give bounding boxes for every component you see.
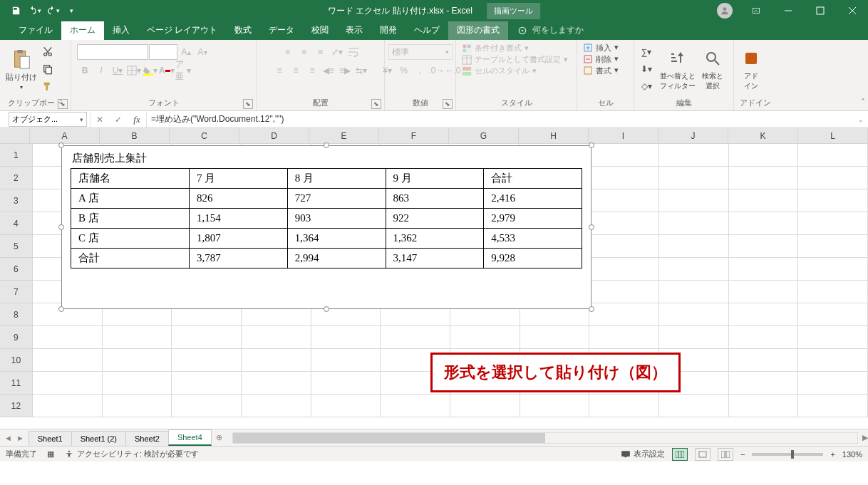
cell[interactable]: [242, 326, 311, 349]
font-color-button[interactable]: A▾: [159, 63, 175, 78]
align-center-button[interactable]: ≡: [288, 63, 304, 78]
save-button[interactable]: [7, 2, 24, 19]
cell[interactable]: [729, 189, 799, 212]
new-sheet-button[interactable]: ⊕: [211, 433, 228, 442]
cell[interactable]: [659, 189, 729, 212]
cell[interactable]: [33, 372, 103, 395]
cell[interactable]: [798, 372, 868, 395]
autosum-button[interactable]: ∑▾: [639, 44, 654, 60]
merge-center-button[interactable]: ⇆▾: [353, 63, 369, 78]
expand-formula-bar-button[interactable]: ⌄: [854, 116, 868, 123]
tab-developer[interactable]: 開発: [371, 21, 405, 40]
column-header[interactable]: G: [449, 128, 519, 143]
cell[interactable]: [589, 281, 659, 303]
cell[interactable]: [172, 395, 242, 417]
bold-button[interactable]: B: [77, 63, 93, 78]
align-right-button[interactable]: ≡: [304, 63, 320, 78]
clipboard-dialog-launcher[interactable]: ⬊: [58, 99, 68, 109]
align-middle-button[interactable]: ≡: [296, 44, 312, 60]
cell[interactable]: [798, 189, 868, 212]
row-header[interactable]: 5: [0, 235, 33, 258]
account-avatar[interactable]: [717, 3, 733, 19]
qat-customize[interactable]: ▾: [63, 2, 80, 19]
zoom-level[interactable]: 130%: [842, 450, 862, 459]
tab-view[interactable]: 表示: [337, 21, 371, 40]
cell[interactable]: [589, 212, 659, 235]
redo-button[interactable]: ▾: [44, 2, 61, 19]
cell[interactable]: [659, 258, 729, 281]
fill-button[interactable]: ⬇▾: [639, 61, 654, 77]
column-header[interactable]: K: [728, 128, 798, 143]
page-break-view-button[interactable]: [718, 448, 733, 461]
cell[interactable]: [589, 326, 659, 349]
insert-function-button[interactable]: fx: [128, 112, 146, 127]
cell[interactable]: [172, 349, 242, 372]
cell[interactable]: [798, 395, 868, 417]
cell[interactable]: [729, 326, 799, 349]
cell[interactable]: [589, 395, 659, 417]
decrease-font-button[interactable]: A▾: [195, 44, 210, 60]
cell[interactable]: [33, 349, 103, 372]
phonetic-button[interactable]: ア亜▾: [175, 63, 191, 78]
tab-home[interactable]: ホーム: [61, 21, 104, 40]
cell[interactable]: [520, 395, 590, 417]
cell[interactable]: [729, 235, 799, 258]
row-header[interactable]: 11: [0, 372, 33, 395]
name-box[interactable]: オブジェク...▾: [9, 112, 87, 127]
cell[interactable]: [33, 326, 103, 349]
cell[interactable]: [798, 235, 868, 258]
cell[interactable]: [798, 326, 868, 349]
resize-handle-bl[interactable]: [58, 306, 64, 312]
cell[interactable]: [589, 303, 659, 326]
cell[interactable]: [659, 144, 729, 167]
cell[interactable]: [729, 372, 799, 395]
percent-button[interactable]: %: [396, 63, 412, 78]
cell[interactable]: [798, 349, 868, 372]
tab-insert[interactable]: 挿入: [104, 21, 138, 40]
paste-button[interactable]: 貼り付け ▾: [3, 46, 40, 92]
number-dialog-launcher[interactable]: ⬊: [443, 99, 453, 109]
collapse-ribbon-button[interactable]: ˄: [861, 98, 865, 108]
cell[interactable]: [242, 349, 311, 372]
cell[interactable]: [311, 372, 381, 395]
column-header[interactable]: I: [589, 128, 658, 143]
embedded-word-object[interactable]: 店舗別売上集計 店舗名7 月8 月9 月合計A 店8267278632,416B…: [61, 145, 591, 309]
format-as-table-button[interactable]: テーブルとして書式設定 ▾: [462, 54, 568, 65]
cell[interactable]: [172, 372, 242, 395]
increase-indent-button[interactable]: ≡▶: [337, 63, 353, 78]
page-layout-view-button[interactable]: [695, 448, 711, 461]
column-header[interactable]: B: [100, 128, 170, 143]
cell[interactable]: [103, 395, 172, 417]
zoom-out-button[interactable]: −: [740, 450, 745, 459]
cell[interactable]: [103, 326, 172, 349]
column-header[interactable]: C: [170, 128, 239, 143]
cell[interactable]: [589, 258, 659, 281]
cell[interactable]: [103, 372, 172, 395]
resize-handle-tm[interactable]: [324, 142, 329, 148]
tab-review[interactable]: 校閲: [303, 21, 337, 40]
tell-me-search[interactable]: 何をしますか: [508, 24, 592, 40]
cell[interactable]: [729, 395, 799, 417]
cell[interactable]: [450, 326, 520, 349]
maximize-button[interactable]: [804, 0, 836, 21]
tab-formulas[interactable]: 数式: [226, 21, 260, 40]
display-settings-button[interactable]: 表示設定: [621, 449, 665, 459]
cell[interactable]: [589, 189, 659, 212]
cell[interactable]: [729, 167, 799, 189]
underline-button[interactable]: U ▾: [110, 63, 125, 78]
minimize-button[interactable]: [772, 0, 804, 21]
column-header[interactable]: J: [658, 128, 728, 143]
cell[interactable]: [729, 303, 799, 326]
tab-data[interactable]: データ: [260, 21, 303, 40]
sheet-nav-first[interactable]: ◄: [4, 434, 12, 442]
cell[interactable]: [589, 144, 659, 167]
number-format-select[interactable]: 標準: [392, 45, 409, 59]
cell[interactable]: [242, 372, 311, 395]
cell[interactable]: [729, 349, 799, 372]
sheet-nav-last[interactable]: ►: [16, 434, 24, 442]
sheet-tab[interactable]: Sheet2: [125, 431, 169, 446]
cell[interactable]: [659, 235, 729, 258]
column-header[interactable]: D: [239, 128, 309, 143]
increase-decimal-button[interactable]: .0→: [429, 63, 445, 78]
resize-handle-br[interactable]: [589, 306, 594, 312]
